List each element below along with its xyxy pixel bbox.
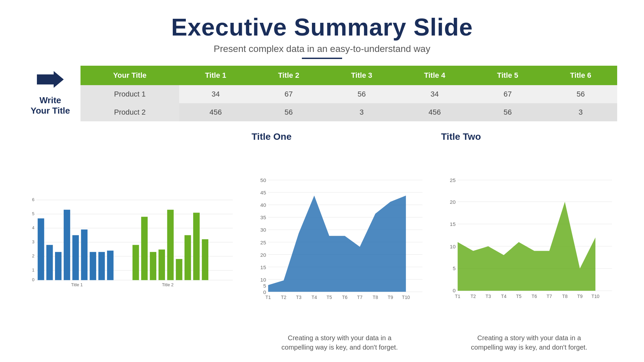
cell-0-4: 34: [398, 85, 471, 103]
svg-text:T8: T8: [562, 294, 568, 299]
svg-text:30: 30: [260, 227, 266, 233]
area-chart-2-container: Title Two 25 20 15 10 5 0: [441, 131, 617, 352]
svg-text:T7: T7: [547, 294, 552, 299]
cell-0-3: 56: [325, 85, 398, 103]
svg-text:T8: T8: [373, 295, 378, 300]
cell-0-1: 34: [179, 85, 252, 103]
cell-1-6: 3: [544, 103, 617, 121]
bar-chart: 6 5 4 3 2 1 0: [27, 131, 238, 352]
svg-rect-23: [107, 251, 113, 280]
svg-text:20: 20: [260, 252, 266, 258]
header-row: Your Title Title 1 Title 2 Title 3 Title…: [80, 66, 617, 85]
table-row: Product 1346756346756: [80, 85, 617, 103]
svg-text:T6: T6: [532, 294, 537, 299]
table-section: WriteYour Title Your Title Title 1 Title…: [27, 66, 617, 121]
svg-text:45: 45: [260, 190, 266, 195]
cell-1-4: 456: [398, 103, 471, 121]
svg-rect-29: [167, 210, 173, 280]
svg-text:35: 35: [260, 215, 266, 220]
svg-text:T10: T10: [591, 294, 599, 299]
svg-rect-19: [72, 235, 79, 280]
table-header: Your Title Title 1 Title 2 Title 3 Title…: [80, 66, 617, 85]
area-chart-2-description: Creating a story with your data in acomp…: [441, 333, 617, 352]
svg-text:3: 3: [32, 239, 34, 244]
main-title: Executive Summary Slide: [27, 13, 617, 41]
svg-rect-27: [150, 252, 156, 280]
svg-text:Title 2: Title 2: [162, 282, 174, 287]
svg-rect-16: [46, 245, 53, 280]
subtitle: Present complex data in an easy-to-under…: [27, 44, 617, 54]
svg-rect-20: [81, 230, 88, 280]
svg-text:T1: T1: [265, 295, 271, 300]
svg-text:4: 4: [32, 225, 34, 230]
bar-chart-container: 6 5 4 3 2 1 0: [27, 131, 238, 352]
svg-text:15: 15: [450, 221, 455, 227]
col-header-4: Title 4: [398, 66, 471, 85]
svg-text:0: 0: [32, 277, 34, 282]
svg-text:T4: T4: [312, 295, 317, 300]
svg-text:5: 5: [32, 211, 34, 216]
area-chart-2-title: Title Two: [441, 131, 617, 142]
svg-text:2: 2: [32, 253, 34, 258]
arrow-icon: [37, 71, 64, 92]
cell-0-6: 56: [544, 85, 617, 103]
slide: Executive Summary Slide Present complex …: [0, 0, 644, 362]
svg-text:15: 15: [260, 264, 266, 270]
svg-text:20: 20: [450, 199, 455, 205]
svg-text:T4: T4: [501, 294, 506, 299]
area-chart-1-description: Creating a story with your data in acomp…: [252, 333, 428, 352]
svg-text:T2: T2: [281, 295, 286, 300]
svg-text:0: 0: [263, 289, 266, 295]
svg-text:T6: T6: [342, 295, 347, 300]
svg-rect-22: [98, 252, 105, 280]
svg-rect-18: [64, 210, 70, 280]
svg-text:T5: T5: [327, 295, 332, 300]
svg-text:T3: T3: [485, 294, 491, 299]
col-header-2: Title 2: [252, 66, 325, 85]
svg-text:T3: T3: [296, 295, 301, 300]
svg-text:Title 1: Title 1: [71, 282, 83, 287]
col-header-0: Your Title: [80, 66, 179, 85]
cell-1-1: 456: [179, 103, 252, 121]
svg-text:0: 0: [453, 288, 456, 293]
svg-text:T9: T9: [577, 294, 583, 299]
svg-text:T9: T9: [388, 295, 393, 300]
svg-text:25: 25: [260, 240, 266, 245]
svg-rect-32: [193, 213, 200, 280]
svg-text:6: 6: [32, 197, 34, 202]
svg-rect-30: [176, 259, 182, 280]
svg-text:5: 5: [263, 283, 266, 289]
table-body: Product 1346756346756Product 24565634565…: [80, 85, 617, 121]
svg-text:T2: T2: [471, 294, 476, 299]
svg-text:40: 40: [260, 202, 266, 208]
arrow-label: WriteYour Title: [27, 71, 74, 116]
cell-1-5: 56: [471, 103, 544, 121]
cell-0-2: 67: [252, 85, 325, 103]
area-chart-2: 25 20 15 10 5 0 T1 T2: [441, 145, 617, 330]
cell-1-0: Product 2: [80, 103, 179, 121]
header: Executive Summary Slide Present complex …: [27, 13, 617, 59]
svg-text:10: 10: [450, 244, 455, 249]
col-header-5: Title 5: [471, 66, 544, 85]
title-underline: [302, 58, 342, 59]
svg-rect-25: [132, 245, 139, 280]
svg-text:T5: T5: [516, 294, 522, 299]
svg-text:10: 10: [260, 277, 266, 283]
svg-rect-15: [38, 219, 44, 280]
data-table: Your Title Title 1 Title 2 Title 3 Title…: [80, 66, 617, 121]
svg-rect-28: [159, 249, 165, 280]
cell-0-0: Product 1: [80, 85, 179, 103]
col-header-6: Title 6: [544, 66, 617, 85]
svg-rect-17: [55, 252, 61, 280]
table-row: Product 2456563456563: [80, 103, 617, 121]
svg-text:T1: T1: [455, 294, 460, 299]
cell-1-2: 56: [252, 103, 325, 121]
cell-0-5: 67: [471, 85, 544, 103]
area-chart-1: 50 45 40 35 30 25 20 15 10 5 0: [252, 145, 428, 330]
area-chart-1-container: Title One 50 45 40 35 30 25 20 15 10 5 0: [252, 131, 428, 352]
svg-rect-21: [90, 252, 96, 280]
svg-text:T7: T7: [357, 295, 363, 300]
charts-section: 6 5 4 3 2 1 0: [27, 131, 617, 352]
cell-1-3: 3: [325, 103, 398, 121]
col-header-1: Title 1: [179, 66, 252, 85]
